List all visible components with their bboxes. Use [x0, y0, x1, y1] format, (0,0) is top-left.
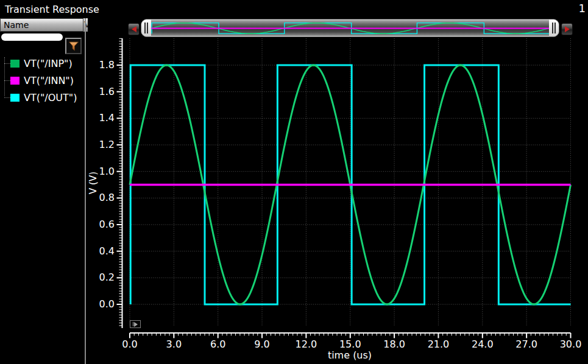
step-icon: [133, 322, 133, 326]
scroll-left-button[interactable]: [128, 23, 140, 35]
name-column-header[interactable]: Name: [0, 18, 83, 32]
overview-waveform-preview: [151, 20, 549, 36]
x-tick-label: 6.0: [202, 338, 234, 350]
x-tick-label: 24.0: [467, 338, 498, 350]
inp-color-swatch: [10, 60, 19, 68]
x-tick-label: 18.0: [378, 338, 410, 350]
grip-line: [144, 23, 146, 33]
grip-line: [554, 23, 556, 33]
legend-label: VT("/INP"): [24, 58, 73, 69]
signal-legend: VT("/INP") VT("/INN") VT("/OUT"): [0, 55, 83, 106]
grip-line: [552, 23, 553, 33]
x-tick-label: 3.0: [158, 338, 190, 350]
scroll-right-button[interactable]: [561, 23, 573, 35]
scrollbar-thumb[interactable]: [141, 19, 559, 37]
y-tick-label: 1.4: [85, 112, 115, 124]
inn-color-swatch: [10, 77, 19, 85]
window-title: Transient Response: [5, 4, 99, 15]
x-tick-label: 30.0: [555, 338, 587, 350]
x-tick-label: 0.0: [114, 338, 146, 350]
right-arrow-icon: [565, 26, 570, 32]
x-tick-label: 21.0: [422, 338, 454, 350]
page-number: 1: [579, 2, 586, 15]
y-tick-label: 1.0: [85, 166, 115, 178]
filter-button[interactable]: [65, 38, 82, 54]
funnel-icon: [68, 41, 79, 52]
play-triangle-icon: [134, 322, 138, 327]
x-tick-label: 27.0: [511, 338, 542, 350]
x-tick-label: 15.0: [335, 338, 366, 350]
y-tick-label: 0.2: [85, 271, 115, 284]
y-tick-label: 1.6: [85, 86, 115, 98]
thumb-right-handle[interactable]: [549, 19, 559, 37]
x-tick-label: 9.0: [246, 338, 278, 350]
out-color-swatch: [10, 94, 19, 102]
y-tick-label: 1.2: [85, 139, 115, 151]
signal-filter-input[interactable]: [1, 33, 63, 41]
legend-item-inp[interactable]: VT("/INP"): [0, 55, 83, 72]
overview-track: [151, 20, 549, 36]
legend-item-out[interactable]: VT("/OUT"): [0, 89, 83, 106]
overview-scrollbar: [128, 19, 573, 37]
grip-line: [147, 23, 148, 33]
x-axis-title: time (us): [322, 349, 377, 361]
legend-label: VT("/INN"): [24, 75, 74, 86]
y-tick-label: 0.4: [85, 245, 115, 257]
legend-label: VT("/OUT"): [24, 92, 77, 103]
y-tick-label: 0.0: [85, 298, 115, 310]
left-arrow-icon: [132, 26, 136, 32]
y-tick-label: 0.6: [85, 219, 115, 231]
y-tick-label: 1.8: [85, 59, 115, 71]
x-tick-label: 12.0: [290, 338, 322, 350]
plot-corner-expand-button[interactable]: [130, 320, 141, 328]
legend-item-inn[interactable]: VT("/INN"): [0, 72, 83, 89]
y-tick-label: 0.8: [85, 192, 115, 204]
thumb-left-handle[interactable]: [141, 19, 151, 37]
